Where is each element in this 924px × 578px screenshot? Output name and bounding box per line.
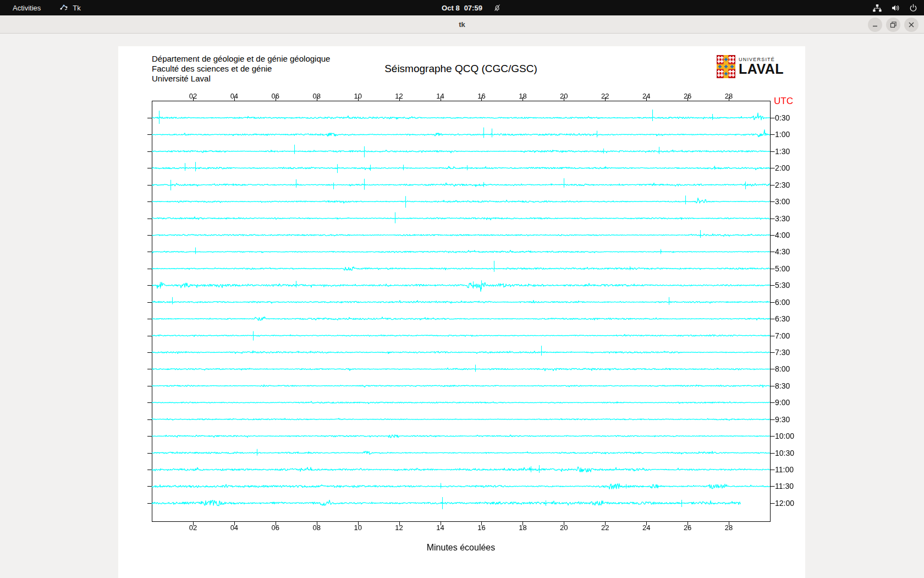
clock[interactable]: Oct 8 07:59 — [442, 4, 482, 12]
network-nodes-icon[interactable] — [872, 4, 882, 12]
x-axis-title: Minutes écoulées — [152, 543, 770, 553]
app-menu[interactable]: Tk — [59, 3, 80, 13]
seismograph-canvas-area: Département de géologie et de génie géol… — [118, 46, 805, 578]
window-title: tk — [459, 20, 465, 29]
clock-date: Oct 8 — [442, 4, 460, 12]
window-titlebar: tk — [0, 15, 924, 34]
power-icon[interactable] — [909, 4, 917, 12]
system-top-bar: Activities Tk Oct 8 07:59 — [0, 0, 924, 15]
system-tray — [872, 0, 917, 15]
bell-slash-icon[interactable] — [493, 3, 502, 14]
maximize-button[interactable] — [886, 18, 900, 32]
window-controls — [868, 18, 919, 32]
activities-button[interactable]: Activities — [9, 3, 44, 13]
tk-app-icon — [59, 3, 69, 13]
clock-time: 07:59 — [464, 4, 482, 12]
volume-icon[interactable] — [891, 4, 900, 12]
app-menu-label: Tk — [73, 4, 80, 12]
helicorder-trace-plot — [118, 46, 805, 578]
close-button[interactable] — [904, 18, 919, 32]
minimize-button[interactable] — [868, 18, 882, 32]
